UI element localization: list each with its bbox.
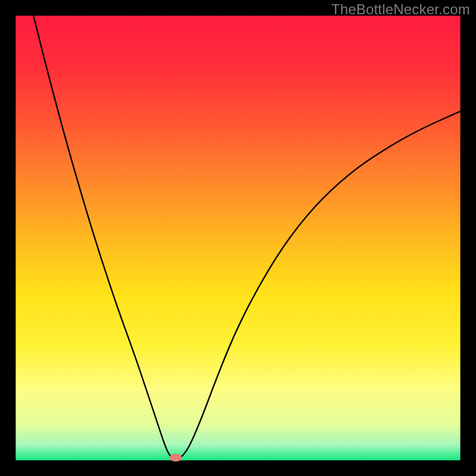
watermark-text: TheBottleNecker.com <box>331 1 470 18</box>
bottleneck-chart <box>0 0 476 476</box>
chart-container: TheBottleNecker.com <box>0 0 476 476</box>
plot-area <box>15 15 460 460</box>
optimal-marker <box>170 453 182 461</box>
